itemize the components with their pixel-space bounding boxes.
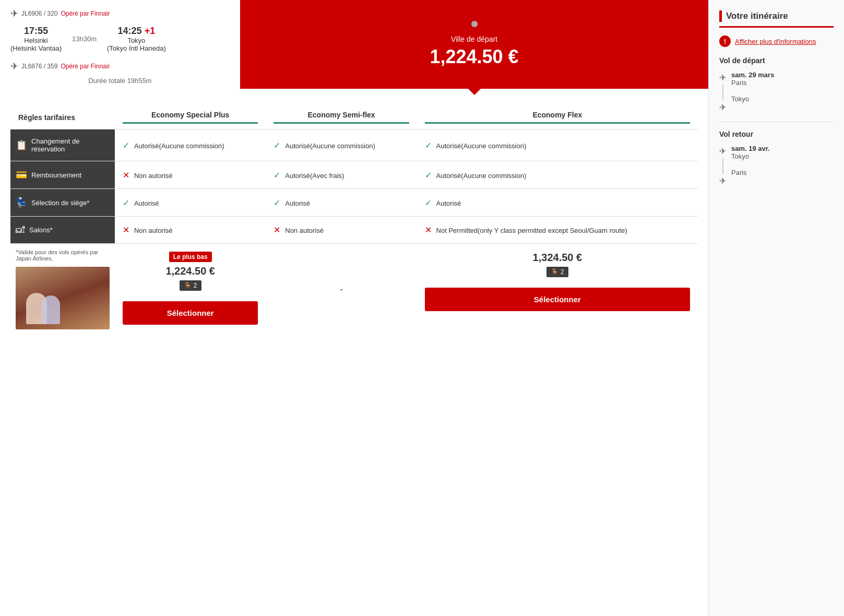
value-r2c1: Non autorisé	[134, 172, 173, 180]
table-row: 🛋 Salons* ✕ Non autorisé ✕ Non autorisé	[10, 217, 698, 244]
title-bar-accent	[719, 10, 722, 22]
value-r2c2: Autorisé(Avec frais)	[285, 172, 344, 180]
outbound-to: Tokyo	[731, 95, 834, 103]
return-section-title: Vol retour	[719, 130, 834, 138]
sidebar-divider-1	[719, 122, 834, 122]
arrival-time: 14:25	[118, 26, 142, 36]
select-button-flex[interactable]: Sélectionner	[425, 288, 690, 311]
route-line-1	[722, 85, 723, 100]
reservation-icon: 📋	[16, 139, 27, 151]
value-r1c3: Autorisé(Aucune commission)	[436, 142, 527, 150]
arrival-city: Tokyo	[107, 37, 166, 44]
check-icon-r2c3: ✓	[425, 171, 432, 180]
rules-header: Règles tarifaires	[10, 105, 115, 129]
outbound-section-title: Vol de départ	[719, 56, 834, 65]
banner-arrow	[467, 88, 482, 95]
check-icon-r2c2: ✓	[274, 171, 280, 180]
value-r4c1: Non autorisé	[134, 227, 173, 234]
lowest-badge: Le plus bas	[169, 252, 212, 262]
seat-icon: 💺	[16, 197, 27, 208]
cross-icon-r4c1: ✕	[123, 226, 129, 234]
check-icon-r1c2: ✓	[274, 141, 280, 150]
table-row: 💳 Remboursement ✕ Non autorisé ✓ Autoris…	[10, 161, 698, 189]
price-banner: Ville de départ 1,224.50 €	[240, 0, 708, 89]
return-from: Tokyo	[731, 152, 834, 160]
rule-label-refund: Remboursement	[31, 171, 81, 179]
itinerary-sidebar: Votre itinéraire ! Afficher plus d'infor…	[708, 0, 844, 616]
outbound-route: ✈ ✈ sam. 29 mars Paris Tokyo	[719, 71, 834, 112]
value-r3c1: Autorisé	[134, 199, 159, 207]
value-r2c3: Autorisé(Aucune commission)	[436, 172, 527, 180]
return-to: Paris	[731, 169, 834, 176]
check-icon-r3c2: ✓	[274, 198, 280, 207]
price-flex: 1,324.50 €	[425, 252, 690, 264]
seat-icon-small: 🪑	[184, 282, 192, 289]
footer-note-row: *Valide pour des vols opérés par Japan A…	[10, 244, 698, 335]
route-line-2	[722, 158, 723, 174]
return-date: sam. 19 avr.	[731, 145, 834, 152]
value-r3c3: Autorisé	[436, 199, 461, 207]
flight-duration: 13h30m	[72, 35, 97, 43]
info-icon: !	[719, 35, 731, 47]
seat-icon-small-2: 🪑	[551, 268, 558, 276]
col-header-flex: Economy Flex	[417, 105, 698, 129]
outbound-date: sam. 29 mars	[731, 71, 834, 79]
table-row: 💺 Sélection de siège* ✓ Autorisé ✓ Autor…	[10, 189, 698, 217]
plane-arrive-icon: ✈	[719, 102, 726, 112]
value-r1c1: Autorisé(Aucune commission)	[134, 142, 224, 150]
price-banner-value: 1,224.50 €	[251, 46, 698, 68]
outbound-from: Paris	[731, 79, 834, 87]
arrival-day-offset: +1	[145, 26, 156, 36]
refund-icon: 💳	[16, 169, 27, 181]
check-icon-r1c1: ✓	[123, 141, 129, 150]
departure-time: 17:55	[10, 26, 62, 37]
rule-label-reservation: Changement de réservation	[31, 137, 110, 153]
operated-by-link-2[interactable]: Opéré par Finnair	[61, 63, 110, 70]
arrival-airport: (Tokyo Intl Haneda)	[107, 44, 166, 52]
price-banner-label: Ville de départ	[251, 35, 698, 43]
plane-depart-icon: ✈	[719, 73, 726, 82]
value-r1c2: Autorisé(Aucune commission)	[285, 142, 375, 150]
return-route: ✈ ✈ sam. 19 avr. Tokyo Paris	[719, 145, 834, 186]
rule-label-lounge: Salons*	[29, 226, 53, 234]
value-r4c2: Non autorisé	[285, 227, 324, 234]
plane-arrive-return-icon: ✈	[719, 176, 726, 186]
info-link-row[interactable]: ! Afficher plus d'informations	[719, 35, 834, 47]
plane-depart-return-icon: ✈	[719, 146, 726, 156]
check-icon-r1c3: ✓	[425, 141, 432, 150]
cabin-image	[16, 267, 110, 329]
seats-badge-flex: 🪑 2	[546, 267, 568, 277]
rule-label-seat: Sélection de siège*	[31, 199, 89, 207]
col-header-special-plus: Economy Special Plus	[115, 105, 266, 129]
sidebar-title: Votre itinéraire	[719, 10, 834, 28]
total-duration: Durée totale 19h55m	[10, 74, 230, 87]
check-icon-r3c3: ✓	[425, 198, 432, 207]
footer-note: *Valide pour des vols opérés par Japan A…	[16, 249, 110, 262]
table-row: 📋 Changement de réservation ✓ Autorisé(A…	[10, 129, 698, 161]
value-r3c2: Autorisé	[285, 199, 310, 207]
select-button-special-plus[interactable]: Sélectionner	[123, 301, 258, 325]
operated-by-link-1[interactable]: Opéré par Finnair	[61, 10, 110, 17]
info-link-text[interactable]: Afficher plus d'informations	[735, 38, 816, 45]
price-semi-flex: -	[274, 283, 409, 295]
col-header-semi-flex: Economy Semi-flex	[266, 105, 417, 129]
value-r4c3: Not Permitted(only Y class permitted exc…	[436, 227, 627, 234]
seats-badge-special-plus: 🪑 2	[180, 280, 201, 291]
price-special-plus: 1,224.50 €	[123, 265, 258, 277]
departure-city: Helsinki	[10, 37, 62, 44]
cross-icon-r4c2: ✕	[274, 226, 280, 234]
lounge-icon: 🛋	[16, 224, 25, 235]
departure-airport: (Helsinki Vantaa)	[10, 44, 62, 52]
flight-number-1: JL6906 / 320	[21, 10, 57, 17]
flight-number-2: JL6876 / 359	[21, 63, 57, 70]
check-icon-r3c1: ✓	[123, 198, 129, 207]
cross-icon-r4c3: ✕	[425, 226, 432, 234]
cross-icon-r2c1: ✕	[123, 171, 129, 180]
